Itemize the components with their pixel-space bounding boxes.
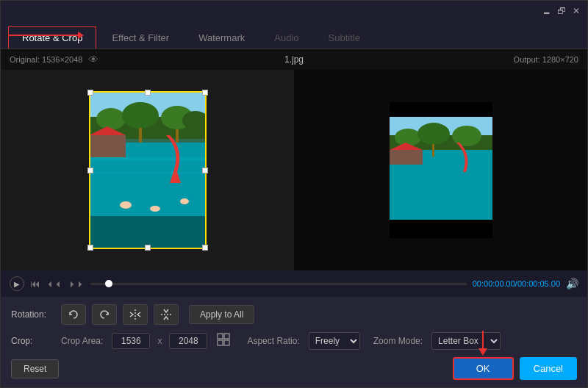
volume-icon[interactable]: 🔊 (566, 278, 578, 290)
svg-point-24 (452, 126, 481, 146)
svg-point-23 (417, 123, 450, 145)
svg-rect-33 (224, 334, 229, 339)
crop-height-input[interactable] (169, 333, 207, 349)
aspect-ratio-label: Aspect Ratio: (247, 336, 299, 346)
timeline-track[interactable] (90, 283, 467, 285)
tabs-bar: Rotate & Crop Effect & Filter Watermark … (1, 21, 587, 49)
maximize-button[interactable]: 🗗 (556, 6, 567, 16)
crop-label: Crop: (11, 336, 55, 346)
link-icon[interactable] (216, 332, 231, 350)
minimize-button[interactable]: 🗕 (542, 6, 552, 16)
crop-width-group (112, 333, 150, 349)
crop-height-group (169, 333, 207, 349)
tab-audio[interactable]: Audio (260, 26, 312, 48)
crop-container[interactable] (89, 91, 207, 249)
apply-all-button[interactable]: Apply to All (189, 305, 254, 324)
step-fwd-button[interactable]: ⏵⏵ (68, 279, 85, 288)
tab-subtitle[interactable]: Subtitle (315, 26, 374, 48)
rotate-cw-button[interactable] (92, 304, 117, 325)
timeline-thumb[interactable] (105, 280, 112, 287)
tab-effect-filter[interactable]: Effect & Filter (98, 26, 183, 48)
crop-handle-tm[interactable] (145, 90, 151, 96)
reset-button[interactable]: Reset (11, 359, 59, 378)
play-button[interactable]: ▶ (10, 276, 24, 291)
preview-info-bar: Original: 1536×2048 👁 1.jpg Output: 1280… (1, 49, 587, 70)
action-buttons: OK Cancel (453, 357, 577, 380)
filename-label: 1.jpg (284, 54, 304, 65)
step-back-button[interactable]: ⏴⏴ (46, 279, 62, 288)
svg-rect-29 (390, 220, 492, 223)
svg-rect-34 (218, 340, 223, 345)
rotation-row: Rotation: (11, 304, 577, 325)
zoom-mode-label: Zoom Mode: (373, 336, 423, 346)
crop-handle-tl[interactable] (87, 90, 93, 96)
tab-rotate-crop[interactable]: Rotate & Crop (8, 26, 96, 48)
rewind-button[interactable]: ⏮ (30, 278, 40, 290)
close-button[interactable]: ✕ (571, 6, 581, 16)
output-label: Output: 1280×720 (514, 55, 578, 64)
flip-horizontal-button[interactable] (123, 304, 148, 325)
main-window: 🗕 🗗 ✕ Rotate & Crop Effect & Filter Wate… (0, 0, 588, 388)
crop-area-label: Crop Area: (61, 336, 103, 346)
crop-handle-br[interactable] (202, 245, 208, 251)
time-display: 00:00:00.00/00:00:05.00 (473, 279, 560, 288)
crop-handle-mr[interactable] (202, 168, 208, 173)
zoom-mode-dropdown[interactable]: Letter Box Pan & Scan Full (431, 332, 501, 350)
preview-panels (1, 49, 587, 270)
title-bar: 🗕 🗗 ✕ (1, 1, 587, 21)
svg-rect-26 (432, 144, 434, 157)
ok-button[interactable]: OK (453, 357, 514, 380)
eye-icon[interactable]: 👁 (88, 54, 98, 65)
rotate-ccw-button[interactable] (61, 304, 86, 325)
crop-handle-tr[interactable] (202, 90, 208, 96)
svg-rect-27 (390, 150, 423, 165)
output-image (390, 102, 492, 238)
crop-overlay (89, 91, 207, 249)
preview-left (1, 70, 294, 270)
rotation-label: Rotation: (11, 309, 55, 320)
crop-handle-ml[interactable] (87, 168, 93, 173)
crop-handle-bm[interactable] (145, 245, 151, 251)
crop-handle-bl[interactable] (87, 245, 93, 251)
controls-panel: Rotation: (1, 297, 587, 387)
flip-vertical-button[interactable] (154, 304, 179, 325)
preview-right (294, 70, 587, 270)
aspect-ratio-dropdown[interactable]: Freely 16:9 4:3 1:1 (309, 332, 360, 350)
cancel-button[interactable]: Cancel (520, 357, 577, 380)
svg-rect-35 (224, 340, 229, 345)
original-label: Original: 1536×2048 (10, 55, 82, 64)
timeline-area (90, 283, 467, 285)
tab-watermark[interactable]: Watermark (184, 26, 259, 48)
crop-width-input[interactable] (112, 333, 150, 349)
svg-rect-32 (218, 334, 223, 339)
crop-row: Crop: Crop Area: x Aspect Ratio: Freely (11, 332, 577, 350)
playback-bar: ▶ ⏮ ⏴⏴ ⏵⏵ 00:00:00.00/00:00:05.00 🔊 (1, 270, 587, 297)
bottom-row: Reset OK Cancel (11, 357, 577, 380)
crop-separator: x (157, 336, 162, 346)
preview-area: Original: 1536×2048 👁 1.jpg Output: 1280… (1, 49, 587, 270)
